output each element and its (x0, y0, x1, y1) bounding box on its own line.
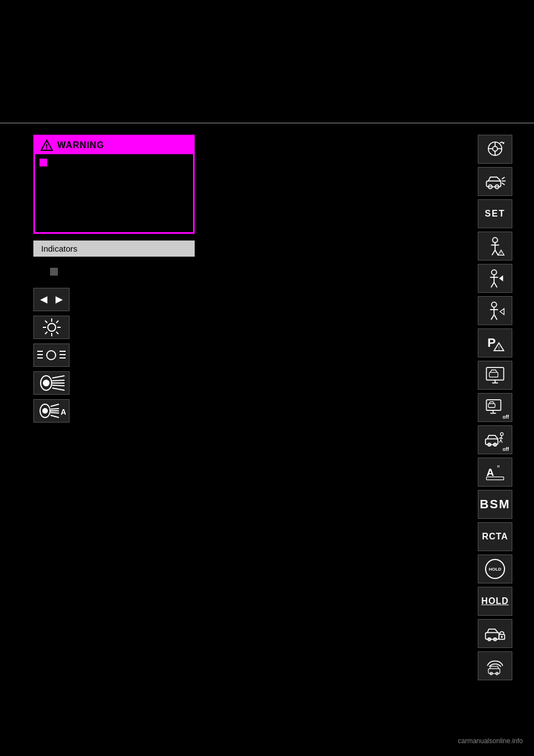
svg-line-43 (502, 177, 505, 179)
svg-rect-88 (486, 632, 499, 639)
svg-text:!: ! (46, 143, 48, 151)
off-label-car: off (503, 446, 510, 452)
svg-point-19 (43, 380, 50, 386)
svg-text:!: ! (501, 251, 502, 256)
svg-line-30 (51, 413, 59, 413)
svg-text:!: ! (498, 345, 500, 351)
svg-line-21 (52, 380, 65, 381)
sidebar-icon-hold-circle: HOLD (478, 554, 512, 583)
warning-triangle-icon: ! (41, 139, 53, 151)
sidebar-icon-car-off: off (478, 425, 512, 454)
sidebar-icon-parking: P ! (478, 328, 512, 357)
svg-point-34 (493, 146, 498, 151)
svg-line-10 (45, 332, 47, 334)
set-label: SET (484, 209, 505, 219)
svg-line-9 (56, 321, 58, 323)
svg-text:A: A (61, 408, 66, 416)
svg-line-50 (495, 250, 498, 255)
svg-point-46 (493, 238, 498, 243)
sidebar-icon-rcta: RCTA (478, 522, 512, 551)
sidebar-icon-car-lock (478, 619, 512, 648)
svg-line-84 (501, 440, 502, 443)
svg-point-92 (501, 636, 502, 637)
turn-signal-icon: ◄ ► (33, 288, 70, 311)
hold-circle-label: HOLD (489, 567, 502, 572)
off-label-monitor: off (503, 414, 510, 420)
warning-header: ! WARNING (35, 136, 193, 154)
sidebar-icon-flag-1: ! (478, 232, 512, 261)
page-container: ! WARNING Indicators ◄ ► (0, 0, 534, 756)
svg-marker-64 (500, 308, 504, 315)
sidebar-icon-hold-text: HOLD (478, 587, 512, 616)
svg-point-2 (48, 323, 56, 331)
svg-line-31 (51, 415, 59, 418)
svg-rect-69 (490, 372, 498, 377)
indicators-label: Indicators (41, 244, 77, 253)
svg-line-63 (494, 315, 497, 320)
watermark-area: carmanualsonline.info (458, 737, 523, 745)
svg-point-79 (501, 433, 503, 435)
indicators-bar: Indicators (33, 240, 195, 257)
svg-point-26 (42, 408, 48, 414)
rcta-label: RCTA (482, 532, 508, 542)
sidebar-icon-monitor (478, 361, 512, 390)
sidebar-icon-car-collision (478, 167, 512, 196)
sidebar-icon-flag-2 (478, 264, 512, 293)
hold-text-label: HOLD (481, 596, 508, 606)
warning-box: ! WARNING (33, 135, 195, 234)
svg-line-8 (56, 332, 58, 334)
sidebar-icon-wireless-car (478, 651, 512, 680)
watermark-text: carmanualsonline.info (458, 737, 523, 745)
svg-line-83 (500, 440, 501, 443)
top-area (0, 0, 534, 122)
svg-line-81 (499, 438, 501, 439)
svg-line-56 (491, 282, 494, 287)
left-content: ! WARNING Indicators ◄ ► (17, 135, 473, 680)
warning-title: WARNING (57, 140, 104, 150)
warning-body (35, 154, 193, 232)
svg-rect-73 (488, 404, 495, 408)
bsm-label: BSM (480, 497, 511, 512)
svg-point-59 (492, 302, 497, 307)
drl-icon (33, 343, 70, 367)
sidebar-icon-auto-hold: A ″ (478, 458, 512, 487)
svg-text:″: ″ (497, 464, 500, 473)
hold-circle-icon: HOLD (485, 559, 505, 579)
right-sidebar: SET ! (473, 135, 517, 680)
main-content: ! WARNING Indicators ◄ ► (0, 124, 534, 691)
warning-bullet (39, 159, 47, 166)
svg-point-53 (492, 270, 497, 275)
svg-line-27 (51, 404, 59, 406)
svg-line-45 (502, 183, 505, 185)
svg-line-57 (494, 282, 497, 287)
sidebar-icon-set: SET (478, 199, 512, 228)
svg-line-28 (51, 409, 59, 409)
sun-brightness-icon (33, 316, 70, 339)
high-beam-icon (33, 371, 70, 395)
svg-marker-58 (499, 276, 503, 282)
svg-text:P: P (487, 336, 496, 350)
svg-line-62 (491, 315, 494, 320)
sidebar-icon-bsm: BSM (478, 490, 512, 519)
svg-line-49 (492, 250, 495, 255)
indicator-icons: ◄ ► (33, 288, 462, 423)
svg-line-24 (52, 388, 65, 390)
sidebar-icon-car-rotate (478, 135, 512, 164)
section-bullet (50, 268, 58, 276)
svg-text:A: A (486, 467, 494, 478)
svg-line-23 (52, 385, 65, 386)
svg-point-14 (47, 351, 56, 360)
sidebar-icon-flag-3 (478, 296, 512, 325)
svg-line-7 (45, 321, 47, 323)
svg-line-20 (52, 376, 65, 378)
sidebar-icon-monitor-off: off (478, 393, 512, 422)
auto-headlight-icon: A (33, 399, 70, 423)
